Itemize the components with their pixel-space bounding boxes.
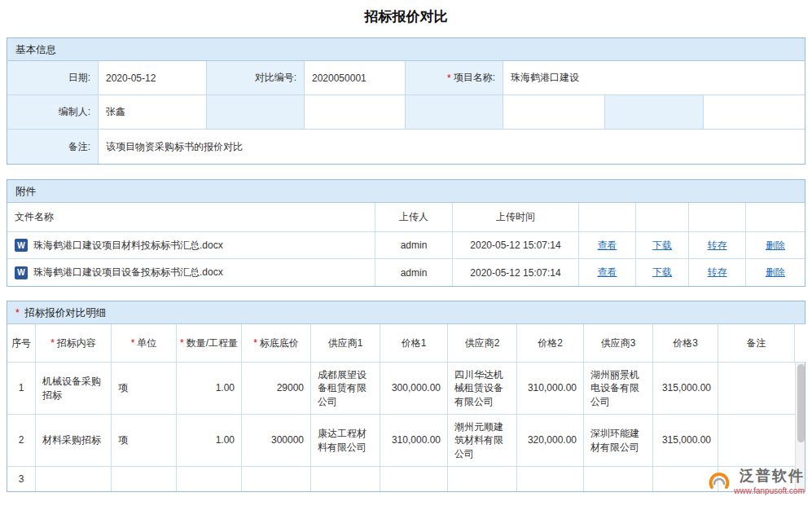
scrollbar-thumb[interactable] [797, 364, 805, 442]
cell-price3: 315,000.00 [653, 415, 718, 467]
section-title-text: 招标报价对比明细 [24, 307, 106, 319]
transfer-link[interactable]: 转存 [708, 239, 727, 253]
col-header-base-price: *标底底价 [242, 324, 311, 363]
fanpu-logo-icon [708, 470, 731, 494]
col-header-price3: 价格3 [653, 324, 718, 363]
cell-price2: 310,000.00 [517, 363, 584, 415]
col-header-upload-time: 上传时间 [453, 203, 579, 232]
project-name-value: 珠海鹤港口建设 [503, 61, 805, 95]
attachments-header-row: 文件名称 上传人 上传时间 [7, 203, 805, 232]
required-mark: * [131, 336, 135, 350]
cell-qty: 1.00 [177, 415, 242, 467]
file-name-cell: W 珠海鹤港口建设项目材料投标标书汇总.docx [7, 232, 375, 259]
cell-remark [718, 363, 795, 415]
page-title: 招标报价对比 [0, 0, 812, 27]
file-name-cell: W 珠海鹤港口建设项目设备投标标书汇总.docx [7, 259, 375, 286]
col-header-supplier1: 供应商1 [311, 324, 380, 363]
author-value: 张鑫 [99, 95, 207, 130]
col-header-file-name: 文件名称 [7, 203, 375, 232]
required-mark: * [447, 73, 451, 84]
upload-time: 2020-05-12 15:07:14 [453, 259, 579, 286]
cell-price1 [380, 467, 448, 491]
required-mark: * [15, 307, 20, 319]
transfer-link[interactable]: 转存 [708, 266, 727, 279]
table-row: 3 [7, 467, 795, 491]
view-link[interactable]: 查看 [598, 239, 617, 253]
required-mark: * [50, 336, 55, 350]
cell-price2: 320,000.00 [517, 415, 584, 467]
project-name-label: * 项目名称: [406, 61, 503, 95]
brand-url: www.fanpusoft.com [734, 486, 805, 495]
cell-content: 材料采购招标 [36, 415, 112, 467]
col-header-scroll-spacer [795, 324, 806, 363]
cell-price1: 310,000.00 [380, 415, 448, 467]
empty-cell [605, 95, 704, 130]
col-header-text: 招标内容 [57, 336, 96, 350]
compare-no-label: 对比编号: [207, 61, 305, 95]
cell-remark [718, 415, 795, 467]
delete-link[interactable]: 删除 [766, 239, 785, 253]
table-row: 1 机械设备采购招标 项 1.00 29000 成都展望设备租赁有限公司 300… [7, 363, 795, 415]
uploader: admin [375, 232, 453, 259]
cell-supplier3: 湖州丽景机电设备有限公司 [584, 363, 653, 415]
attachments-section: 附件 文件名称 上传人 上传时间 W 珠海鹤港口建设项目材料投标标书汇总.doc… [7, 179, 805, 287]
col-header-remark: 备注 [718, 324, 795, 363]
empty-cell [207, 95, 305, 130]
cell-supplier2: 四川华达机械租赁设备有限公司 [448, 363, 517, 415]
col-header-price2: 价格2 [517, 324, 584, 363]
uploader: admin [375, 259, 453, 286]
cell-price3: 315,000.00 [653, 363, 718, 415]
col-header-text: 单位 [137, 336, 156, 350]
col-header-unit: *单位 [112, 324, 177, 363]
cell-unit: 项 [112, 363, 177, 415]
cell-supplier2 [448, 467, 517, 491]
attachment-row: W 珠海鹤港口建设项目设备投标标书汇总.docx admin 2020-05-1… [7, 259, 805, 286]
basic-info-row-1: 日期: 2020-05-12 对比编号: 2020050001 * 项目名称: … [7, 61, 805, 95]
download-link[interactable]: 下载 [652, 266, 672, 279]
basic-info-section: 基本信息 日期: 2020-05-12 对比编号: 2020050001 * 项… [7, 37, 805, 165]
col-header-empty [689, 203, 746, 232]
col-header-supplier2: 供应商2 [448, 324, 517, 363]
cell-base-price: 300000 [242, 415, 311, 467]
cell-content: 机械设备采购招标 [36, 363, 112, 415]
basic-info-section-title: 基本信息 [7, 38, 805, 61]
remark-value: 该项目物资采购标书的报价对比 [99, 130, 805, 164]
required-mark: * [180, 336, 184, 350]
cell-seq: 1 [7, 363, 36, 415]
cell-supplier3: 深圳环能建材有限公司 [584, 415, 653, 467]
basic-info-row-2: 编制人: 张鑫 [7, 95, 805, 130]
cell-price1: 300,000.00 [380, 363, 448, 415]
col-header-empty [579, 203, 636, 232]
cell-content [36, 467, 112, 491]
col-header-price1: 价格1 [380, 324, 448, 363]
file-name: 珠海鹤港口建设项目设备投标标书汇总.docx [33, 266, 223, 279]
cell-seq: 2 [7, 415, 36, 467]
col-header-uploader: 上传人 [375, 203, 453, 232]
detail-rows: 1 机械设备采购招标 项 1.00 29000 成都展望设备租赁有限公司 300… [7, 363, 795, 491]
empty-cell [503, 95, 605, 130]
detail-section: * 招标报价对比明细 序号 *招标内容 *单位 *数量/工程量 *标底底价 供应… [7, 301, 805, 492]
project-name-label-text: 项目名称: [454, 71, 495, 85]
delete-link[interactable]: 删除 [766, 266, 785, 279]
date-label: 日期: [7, 61, 99, 95]
required-mark: * [253, 336, 257, 350]
download-link[interactable]: 下载 [652, 239, 672, 253]
col-header-qty: *数量/工程量 [177, 324, 242, 363]
cell-base-price: 29000 [242, 363, 311, 415]
col-header-supplier3: 供应商3 [584, 324, 653, 363]
cell-supplier1 [311, 467, 380, 491]
empty-cell [704, 95, 805, 130]
detail-table-body: 1 机械设备采购招标 项 1.00 29000 成都展望设备租赁有限公司 300… [7, 363, 805, 491]
view-link[interactable]: 查看 [598, 266, 617, 279]
file-name: 珠海鹤港口建设项目材料投标标书汇总.docx [33, 239, 223, 253]
word-file-icon: W [15, 266, 28, 279]
cell-price2 [517, 467, 584, 491]
cell-unit [112, 467, 177, 491]
attachment-row: W 珠海鹤港口建设项目材料投标标书汇总.docx admin 2020-05-1… [7, 232, 805, 259]
brand-watermark: 泛普软件 www.fanpusoft.com [708, 468, 805, 495]
empty-cell [406, 95, 503, 130]
cell-supplier1: 成都展望设备租赁有限公司 [311, 363, 380, 415]
author-label: 编制人: [7, 95, 99, 130]
empty-cell [305, 95, 406, 130]
cell-qty [177, 467, 242, 491]
